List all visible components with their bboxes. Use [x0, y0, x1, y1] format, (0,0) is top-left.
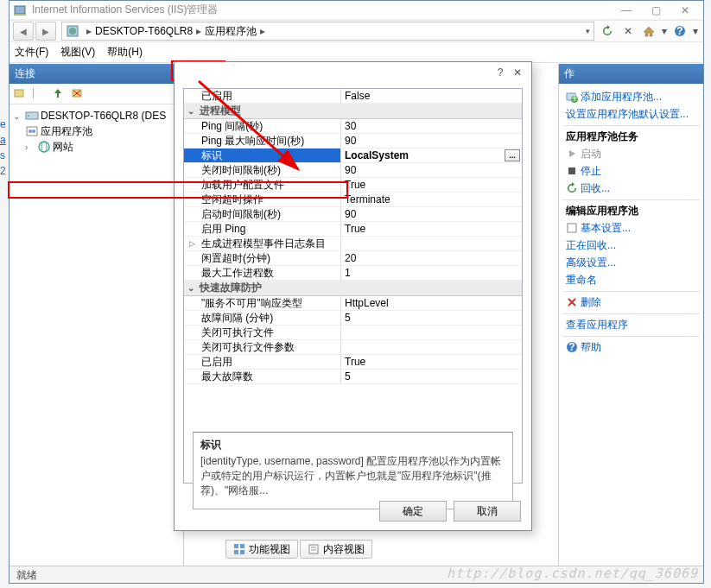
action-delete[interactable]: 删除: [566, 295, 696, 310]
propgrid-row[interactable]: 故障间隔 (分钟)5: [184, 311, 522, 326]
prop-value[interactable]: True: [341, 355, 522, 370]
prop-value[interactable]: HttpLevel: [341, 296, 522, 311]
menu-help[interactable]: 帮助(H): [107, 45, 143, 60]
breadcrumb-server[interactable]: DESKTOP-T66QLR8: [95, 25, 193, 37]
svg-rect-6: [15, 90, 23, 97]
prop-value[interactable]: 1: [341, 266, 522, 281]
expand-icon[interactable]: ›: [25, 142, 35, 152]
prop-value[interactable]: True: [341, 178, 522, 193]
prop-key: 故障间隔 (分钟): [184, 311, 341, 326]
propgrid-row[interactable]: 已启用False: [184, 89, 522, 104]
breadcrumb-node[interactable]: 应用程序池: [205, 24, 257, 39]
cancel-button[interactable]: 取消: [454, 501, 521, 522]
tree-root[interactable]: ⌄ DESKTOP-T66QLR8 (DES: [13, 108, 180, 123]
forward-button[interactable]: ▶: [35, 22, 56, 41]
tab-features[interactable]: 功能视图: [225, 540, 298, 559]
tree-item-label: 应用程序池: [41, 124, 92, 139]
maximize-button[interactable]: ▢: [641, 2, 670, 19]
help-icon[interactable]: ?: [670, 22, 689, 40]
tab-content[interactable]: 内容视图: [300, 540, 372, 559]
menu-view[interactable]: 视图(V): [60, 45, 95, 60]
refresh-icon[interactable]: [598, 22, 617, 40]
propgrid-row[interactable]: Ping 间隔(秒)30: [184, 119, 522, 134]
action-add[interactable]: +添加应用程序池...: [566, 90, 696, 104]
dialog-help-button[interactable]: ?: [492, 66, 509, 79]
nav-dropdown[interactable]: ▾: [660, 22, 669, 40]
server-icon: [25, 109, 39, 123]
delete-connection-icon[interactable]: [70, 86, 86, 102]
propgrid-row[interactable]: 关闭可执行文件参数: [184, 340, 522, 355]
collapse-icon[interactable]: ⌄: [187, 106, 200, 116]
propgrid-row[interactable]: 已启用True: [184, 355, 522, 370]
prop-value[interactable]: Terminate: [341, 193, 522, 207]
action-recycling[interactable]: 正在回收...: [566, 238, 696, 253]
help-dropdown[interactable]: ▾: [691, 22, 700, 40]
propgrid-row[interactable]: 关闭可执行文件: [184, 326, 522, 340]
action-viewapps[interactable]: 查看应用程序: [566, 318, 696, 332]
action-rename[interactable]: 重命名: [566, 273, 696, 288]
propgrid-row[interactable]: 启动时间限制(秒)90: [184, 207, 522, 222]
collapse-icon[interactable]: ⌄: [187, 283, 200, 293]
svg-rect-17: [234, 544, 238, 548]
propgrid-row[interactable]: Ping 最大响应时间(秒)90: [184, 134, 522, 149]
connections-header: 连接: [10, 64, 183, 84]
browse-button[interactable]: ...: [505, 149, 520, 161]
action-advanced[interactable]: 高级设置...: [566, 256, 696, 270]
prop-key: Ping 最大响应时间(秒): [184, 134, 341, 149]
stop-icon[interactable]: ✕: [619, 22, 638, 40]
action-recycle[interactable]: 回收...: [566, 181, 696, 196]
prop-value[interactable]: 90: [341, 163, 522, 178]
window-title: Internet Information Services (IIS)管理器: [32, 3, 612, 17]
apppool-icon: [25, 124, 39, 138]
propgrid-row[interactable]: 空闲超时操作Terminate: [184, 193, 522, 207]
propgrid-row[interactable]: 最大工作进程数1: [184, 266, 522, 281]
back-button[interactable]: ◀: [13, 22, 34, 41]
tree-apppools[interactable]: 应用程序池: [13, 123, 180, 139]
propgrid-row[interactable]: 闲置超时(分钟)20: [184, 251, 522, 266]
prop-value[interactable]: 30: [341, 119, 522, 134]
prop-key: 空闲超时操作: [184, 193, 341, 207]
prop-value[interactable]: False: [341, 89, 522, 104]
minimize-button[interactable]: —: [612, 2, 641, 19]
propgrid-row[interactable]: 生成进程模型事件日志条目: [184, 237, 522, 251]
propgrid-row[interactable]: 关闭时间限制(秒)90: [184, 163, 522, 178]
status-text: 就绪: [16, 569, 37, 581]
up-level-icon[interactable]: [51, 86, 67, 102]
propgrid-row[interactable]: 加载用户配置文件True: [184, 178, 522, 193]
action-basic[interactable]: 基本设置...: [566, 221, 696, 236]
prop-value[interactable]: [341, 340, 522, 355]
prop-value[interactable]: 20: [341, 251, 522, 266]
propgrid-row[interactable]: "服务不可用"响应类型HttpLevel: [184, 296, 522, 311]
menu-file[interactable]: 文件(F): [15, 45, 48, 60]
prop-value[interactable]: True: [341, 222, 522, 237]
close-button[interactable]: ✕: [670, 2, 700, 19]
tree-sites[interactable]: › 网站: [13, 139, 180, 155]
prop-value[interactable]: 5: [341, 370, 522, 384]
action-start[interactable]: 启动: [566, 147, 696, 161]
propgrid-row[interactable]: 启用 PingTrue: [184, 222, 522, 237]
play-icon: [566, 148, 578, 160]
ok-button[interactable]: 确定: [379, 501, 447, 522]
prop-value[interactable]: LocalSystem...: [341, 149, 522, 163]
prop-value[interactable]: 90: [341, 134, 522, 149]
home-icon[interactable]: [639, 22, 658, 40]
tree-item-label: 网站: [53, 140, 73, 155]
propgrid-row[interactable]: 标识LocalSystem...: [184, 149, 522, 163]
action-stop[interactable]: 停止: [566, 164, 696, 179]
prop-value[interactable]: 90: [341, 207, 522, 222]
address-dropdown[interactable]: ▾: [586, 27, 590, 35]
dialog-close-button[interactable]: ✕: [509, 66, 526, 79]
propgrid-row[interactable]: 最大故障数5: [184, 370, 522, 384]
propgrid-category[interactable]: ⌄快速故障防护: [184, 281, 522, 296]
address-bar[interactable]: ▸ DESKTOP-T66QLR8 ▸ 应用程序池 ▸ ▾: [61, 22, 594, 41]
new-connection-icon[interactable]: [13, 86, 29, 102]
expand-icon[interactable]: ⌄: [13, 111, 23, 121]
prop-key: 加载用户配置文件: [184, 178, 341, 193]
action-defaults[interactable]: 设置应用程序池默认设置...: [566, 107, 696, 122]
property-grid[interactable]: 已启用False⌄进程模型Ping 间隔(秒)30Ping 最大响应时间(秒)9…: [183, 88, 523, 484]
prop-value[interactable]: [341, 237, 522, 251]
prop-value[interactable]: 5: [341, 311, 522, 326]
prop-value[interactable]: [341, 326, 522, 340]
action-help[interactable]: ?帮助: [566, 340, 696, 355]
propgrid-category[interactable]: ⌄进程模型: [184, 104, 522, 119]
